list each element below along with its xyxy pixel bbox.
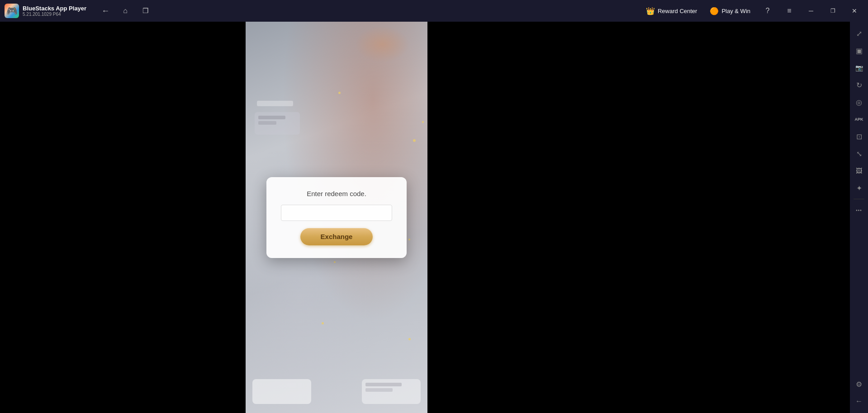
reward-center-button[interactable]: 👑 Reward Center bbox=[642, 5, 701, 17]
bottom-card-left bbox=[252, 379, 311, 404]
play-win-label: Play & Win bbox=[721, 8, 750, 14]
image-icon[interactable]: 🖼 bbox=[851, 163, 867, 179]
close-button[interactable]: ✕ bbox=[846, 3, 863, 19]
locate-icon[interactable]: ◎ bbox=[851, 94, 867, 110]
titlebar-right: 👑 Reward Center 🟠 Play & Win ? ≡ ─ ❐ ✕ bbox=[642, 3, 868, 19]
restore-button[interactable]: ❐ bbox=[825, 3, 841, 19]
main-content: Enter redeem code. Exchange bbox=[0, 22, 850, 413]
app-logo: 🎮 bbox=[5, 4, 19, 18]
settings-icon[interactable]: ⚙ bbox=[851, 376, 867, 392]
sidebar-separator bbox=[854, 199, 864, 199]
app-version: 5.21.201.1029 P64 bbox=[23, 12, 86, 17]
right-panel bbox=[427, 22, 850, 413]
menu-button[interactable]: ≡ bbox=[781, 3, 797, 19]
nav-buttons: ← ⌂ ❐ bbox=[99, 5, 152, 17]
redeem-code-input[interactable] bbox=[281, 205, 392, 221]
play-win-button[interactable]: 🟠 Play & Win bbox=[706, 5, 754, 17]
screen-icon[interactable]: ▣ bbox=[851, 42, 867, 59]
minimize-button[interactable]: ─ bbox=[803, 3, 819, 19]
home-button[interactable]: ⌂ bbox=[119, 5, 132, 17]
game-viewport[interactable]: Enter redeem code. Exchange bbox=[246, 22, 427, 413]
exchange-button[interactable]: Exchange bbox=[300, 228, 373, 245]
coin-icon: 🟠 bbox=[710, 7, 719, 15]
reward-center-label: Reward Center bbox=[658, 8, 697, 14]
copy-button[interactable]: ❐ bbox=[139, 5, 152, 17]
crown-icon: 👑 bbox=[646, 7, 655, 15]
right-sidebar: ⤢ ▣ 📷 ↻ ◎ APK ⊡ ⤡ 🖼 ✦ ••• ⚙ ← bbox=[850, 22, 868, 413]
bottom-card-right bbox=[362, 379, 421, 404]
redeem-dialog: Enter redeem code. Exchange bbox=[266, 177, 407, 258]
resize-icon[interactable]: ⤡ bbox=[851, 145, 867, 162]
screenshot-icon[interactable]: ⊡ bbox=[851, 128, 867, 145]
magic-icon[interactable]: ✦ bbox=[851, 180, 867, 196]
titlebar-left: 🎮 BlueStacks App Player 5.21.201.1029 P6… bbox=[0, 4, 642, 18]
refresh-icon[interactable]: ↻ bbox=[851, 77, 867, 93]
camera-icon[interactable]: 📷 bbox=[851, 60, 867, 76]
app-title: BlueStacks App Player bbox=[23, 5, 86, 12]
titlebar: 🎮 BlueStacks App Player 5.21.201.1029 P6… bbox=[0, 0, 868, 22]
help-button[interactable]: ? bbox=[759, 3, 776, 19]
collapse-sidebar-icon[interactable]: ← bbox=[851, 393, 867, 409]
redeem-title: Enter redeem code. bbox=[307, 190, 366, 197]
app-title-block: BlueStacks App Player 5.21.201.1029 P64 bbox=[23, 5, 86, 17]
expand-icon[interactable]: ⤢ bbox=[851, 25, 867, 42]
apk-icon[interactable]: APK bbox=[851, 111, 867, 127]
more-icon[interactable]: ••• bbox=[851, 202, 867, 218]
dialog-overlay: Enter redeem code. Exchange bbox=[246, 22, 427, 413]
left-panel bbox=[0, 22, 246, 413]
back-button[interactable]: ← bbox=[99, 5, 112, 17]
